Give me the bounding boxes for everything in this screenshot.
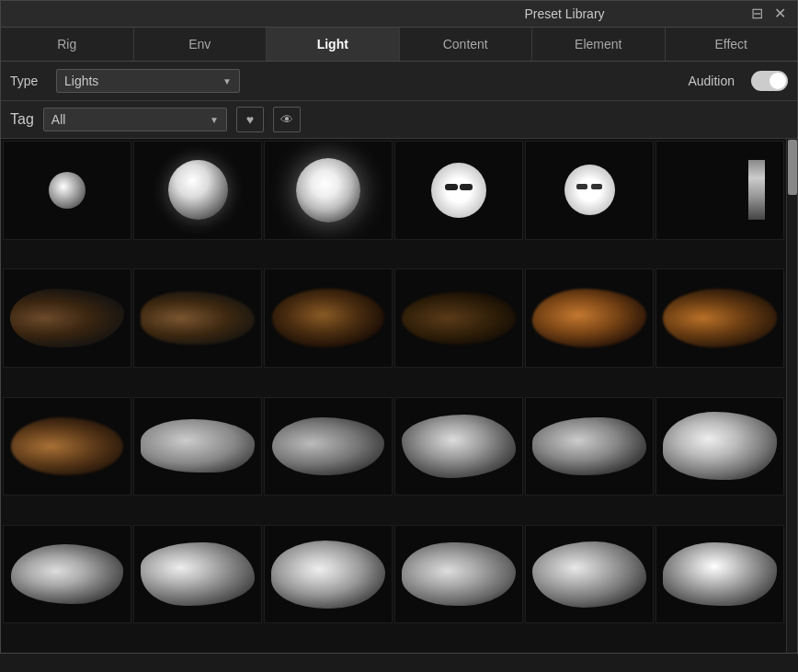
tag-row: Tag All ▼ ♥ 👁 <box>1 101 797 139</box>
toggle-knob <box>770 73 786 89</box>
list-item[interactable] <box>656 525 784 624</box>
light-preview <box>296 158 360 222</box>
list-item[interactable] <box>264 397 393 496</box>
type-row: Type Lights ▼ Audition <box>1 62 797 101</box>
list-item[interactable] <box>656 141 784 240</box>
list-item[interactable] <box>133 268 262 368</box>
cloud-preview <box>402 291 516 345</box>
chevron-down-icon-tag: ▼ <box>210 115 219 125</box>
eye-icon: 👁 <box>280 112 293 127</box>
tab-element[interactable]: Element <box>532 28 666 61</box>
list-item[interactable] <box>525 525 654 624</box>
list-item[interactable] <box>525 141 654 240</box>
tab-light[interactable]: Light <box>267 28 400 61</box>
tab-env[interactable]: Env <box>134 28 268 61</box>
list-item[interactable] <box>264 268 393 368</box>
cloud-preview <box>272 417 383 475</box>
cloud-preview <box>11 417 122 475</box>
heart-icon: ♥ <box>246 112 254 127</box>
tab-content[interactable]: Content <box>400 28 533 61</box>
close-button[interactable]: ✕ <box>772 6 788 21</box>
list-item[interactable] <box>3 397 131 496</box>
cloud-preview <box>532 541 646 608</box>
light-preview <box>49 172 86 209</box>
tab-rig[interactable]: Rig <box>1 28 134 61</box>
window-controls: ⊟ ✕ <box>749 6 788 21</box>
audition-toggle[interactable] <box>751 71 788 91</box>
cloud-preview <box>402 542 516 606</box>
list-item[interactable] <box>394 525 523 624</box>
list-item[interactable] <box>656 268 784 368</box>
light-preview <box>748 160 765 220</box>
scrollbar-thumb <box>788 140 797 195</box>
cloud-preview <box>532 417 646 475</box>
cloud-preview <box>141 542 255 606</box>
scrollbar[interactable] <box>786 139 797 653</box>
list-item[interactable] <box>525 397 654 496</box>
cloud-preview <box>532 289 646 347</box>
visibility-button[interactable]: 👁 <box>273 107 301 132</box>
list-item[interactable] <box>394 141 523 240</box>
list-item[interactable] <box>656 397 784 496</box>
list-item[interactable] <box>133 141 262 240</box>
light-preview <box>168 160 228 220</box>
tag-dropdown-value: All <box>51 112 66 127</box>
list-item[interactable] <box>394 397 523 496</box>
tab-effect[interactable]: Effect <box>666 28 798 61</box>
cloud-preview <box>402 415 516 478</box>
cloud-preview <box>141 291 255 345</box>
title-bar: Preset Library ⊟ ✕ <box>1 1 797 28</box>
cloud-preview <box>11 544 122 605</box>
list-item[interactable] <box>3 268 131 368</box>
minimize-button[interactable]: ⊟ <box>749 6 765 21</box>
list-item[interactable] <box>525 268 654 368</box>
type-dropdown-value: Lights <box>64 74 98 88</box>
cloud-preview <box>663 412 777 480</box>
audition-label: Audition <box>688 74 735 88</box>
favorites-button[interactable]: ♥ <box>236 107 264 132</box>
tag-label: Tag <box>10 111 34 128</box>
list-item[interactable] <box>3 525 131 624</box>
tag-dropdown[interactable]: All ▼ <box>43 108 227 131</box>
list-item[interactable] <box>264 141 393 240</box>
cloud-preview <box>141 419 255 473</box>
window-title: Preset Library <box>380 6 749 21</box>
cloud-preview <box>10 289 124 347</box>
list-item[interactable] <box>394 268 523 368</box>
cloud-preview <box>663 542 777 606</box>
type-label: Type <box>10 74 47 88</box>
light-preview <box>564 165 615 215</box>
grid-area <box>1 139 797 653</box>
cloud-preview <box>271 541 385 609</box>
light-preview <box>431 163 486 218</box>
tab-bar: Rig Env Light Content Element Effect <box>1 28 797 62</box>
chevron-down-icon: ▼ <box>222 76 232 86</box>
type-dropdown[interactable]: Lights ▼ <box>56 69 240 93</box>
preset-library-window: Preset Library ⊟ ✕ Rig Env Light Content… <box>0 0 798 654</box>
cloud-preview <box>272 289 383 347</box>
cloud-preview <box>663 289 777 347</box>
preset-grid <box>1 139 786 653</box>
list-item[interactable] <box>3 141 131 240</box>
list-item[interactable] <box>133 397 262 496</box>
list-item[interactable] <box>133 525 262 624</box>
list-item[interactable] <box>264 525 393 624</box>
